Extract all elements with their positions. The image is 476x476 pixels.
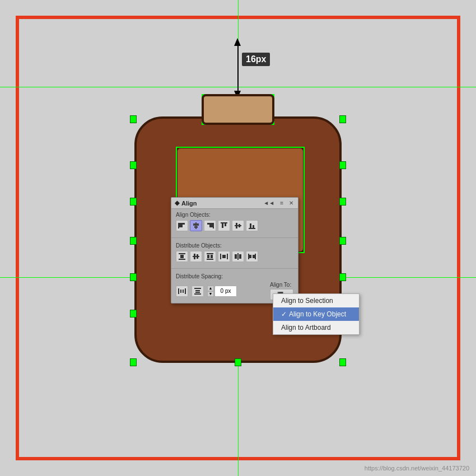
svg-rect-40 bbox=[180, 290, 181, 293]
watermark: https://blog.csdn.net/weixin_44173720 bbox=[365, 465, 469, 472]
menu-item-align-to-selection[interactable]: Align to Selection bbox=[273, 294, 359, 307]
dist-center-v-btn[interactable] bbox=[232, 251, 244, 262]
svg-rect-36 bbox=[249, 255, 251, 258]
align-bottom-btn[interactable] bbox=[246, 220, 258, 231]
handle-left-4[interactable] bbox=[130, 310, 137, 318]
svg-rect-20 bbox=[180, 255, 184, 258]
panel-controls: ◄◄ ≡ ✕ bbox=[262, 200, 295, 206]
svg-rect-5 bbox=[194, 226, 198, 228]
svg-rect-43 bbox=[194, 293, 201, 295]
px-stepper-up[interactable]: ▲ bbox=[207, 286, 214, 291]
svg-rect-15 bbox=[249, 228, 255, 229]
menu-item-align-to-key-object[interactable]: ✓Align to Key Object bbox=[273, 307, 359, 321]
align-objects-section: Align Objects: bbox=[171, 209, 298, 236]
handle-right-2[interactable] bbox=[339, 198, 346, 206]
align-icon: ◆ bbox=[175, 199, 179, 207]
svg-rect-8 bbox=[207, 223, 213, 225]
divider-2 bbox=[171, 268, 298, 269]
panel-menu-btn[interactable]: ≡ bbox=[279, 200, 284, 206]
svg-rect-44 bbox=[195, 290, 200, 291]
svg-rect-34 bbox=[248, 254, 249, 259]
svg-rect-16 bbox=[250, 223, 251, 228]
handle-right-3[interactable] bbox=[339, 273, 346, 281]
px-input[interactable] bbox=[214, 286, 237, 297]
distribute-objects-row bbox=[176, 251, 293, 262]
align-right-btn[interactable] bbox=[204, 220, 216, 231]
align-center-h-btn[interactable] bbox=[190, 220, 202, 231]
align-to-dropdown-menu: Align to Selection ✓Align to Key Object … bbox=[273, 293, 360, 335]
dist-right-btn[interactable] bbox=[246, 251, 258, 262]
menu-item-align-to-artboard[interactable]: Align to Artboard bbox=[273, 321, 359, 334]
handle-bot-right[interactable] bbox=[339, 358, 346, 366]
svg-rect-12 bbox=[235, 225, 241, 226]
divider-1 bbox=[171, 237, 298, 238]
svg-rect-0 bbox=[178, 223, 179, 228]
svg-rect-19 bbox=[179, 259, 185, 260]
svg-rect-14 bbox=[239, 224, 240, 227]
svg-rect-24 bbox=[207, 253, 213, 254]
handle-top-left[interactable] bbox=[130, 115, 137, 123]
distribute-spacing-label: Distribute Spacing: bbox=[176, 273, 293, 279]
align-center-v-btn[interactable] bbox=[232, 220, 244, 231]
handle-mid-left[interactable] bbox=[130, 237, 137, 245]
svg-rect-22 bbox=[194, 254, 195, 259]
handle-left-1[interactable] bbox=[130, 161, 137, 169]
svg-rect-39 bbox=[185, 288, 186, 294]
panel-close-btn[interactable]: ✕ bbox=[288, 200, 295, 206]
svg-rect-28 bbox=[220, 254, 221, 259]
svg-rect-38 bbox=[178, 288, 179, 294]
svg-rect-33 bbox=[239, 254, 241, 259]
svg-rect-31 bbox=[237, 253, 239, 260]
panel-title: ◆ Align bbox=[175, 199, 197, 207]
panel-collapse-btn[interactable]: ◄◄ bbox=[262, 200, 276, 206]
handle-bot-left[interactable] bbox=[130, 358, 137, 366]
handle-mid-right[interactable] bbox=[339, 237, 346, 245]
align-left-btn[interactable] bbox=[176, 220, 188, 231]
svg-rect-30 bbox=[222, 255, 226, 258]
dist-spacing-h-btn[interactable] bbox=[176, 286, 188, 297]
svg-rect-2 bbox=[179, 223, 185, 225]
svg-rect-26 bbox=[207, 255, 209, 258]
align-top-btn[interactable] bbox=[218, 220, 230, 231]
distribute-objects-label: Distribute Objects: bbox=[176, 242, 293, 249]
dist-left-btn[interactable] bbox=[218, 251, 230, 262]
svg-rect-9 bbox=[221, 222, 227, 223]
svg-rect-42 bbox=[194, 288, 201, 289]
svg-rect-6 bbox=[213, 223, 214, 228]
measurement-label: 16px bbox=[242, 53, 270, 66]
dist-bottom-btn[interactable] bbox=[204, 251, 216, 262]
svg-rect-45 bbox=[195, 292, 200, 293]
handle-left-2[interactable] bbox=[130, 198, 137, 206]
svg-rect-21 bbox=[193, 256, 199, 257]
handle-left-3[interactable] bbox=[130, 273, 137, 281]
svg-rect-37 bbox=[253, 255, 255, 258]
svg-rect-25 bbox=[207, 259, 213, 260]
svg-rect-23 bbox=[197, 254, 198, 259]
handle-right-1[interactable] bbox=[339, 161, 346, 169]
dist-spacing-v-btn[interactable] bbox=[192, 286, 204, 297]
svg-rect-35 bbox=[255, 254, 256, 259]
arrow-line bbox=[237, 46, 239, 94]
bag-handle bbox=[202, 94, 274, 125]
align-objects-label: Align Objects: bbox=[176, 212, 293, 218]
canvas: 16px ◆ Align ◄◄ ≡ ✕ Align Objects: bbox=[0, 0, 476, 476]
handle-top-right[interactable] bbox=[339, 115, 346, 123]
arrow-top bbox=[234, 38, 241, 46]
svg-rect-13 bbox=[236, 223, 237, 228]
px-stepper-down[interactable]: ▼ bbox=[207, 291, 214, 297]
checkmark-icon: ✓ bbox=[281, 310, 287, 318]
svg-rect-18 bbox=[179, 253, 185, 254]
svg-rect-27 bbox=[211, 255, 213, 258]
svg-rect-17 bbox=[253, 225, 254, 228]
dist-center-h-btn[interactable] bbox=[190, 251, 202, 262]
svg-rect-32 bbox=[235, 254, 237, 259]
svg-rect-10 bbox=[222, 223, 223, 228]
svg-rect-29 bbox=[227, 254, 228, 259]
svg-rect-4 bbox=[193, 223, 199, 226]
align-panel: ◆ Align ◄◄ ≡ ✕ Align Objects: bbox=[171, 197, 298, 304]
dist-top-btn[interactable] bbox=[176, 251, 188, 262]
svg-rect-41 bbox=[183, 290, 184, 293]
handle-bot-mid[interactable] bbox=[235, 358, 241, 366]
distribute-objects-section: Distribute Objects: bbox=[171, 240, 298, 267]
panel-title-text: Align bbox=[181, 200, 197, 207]
